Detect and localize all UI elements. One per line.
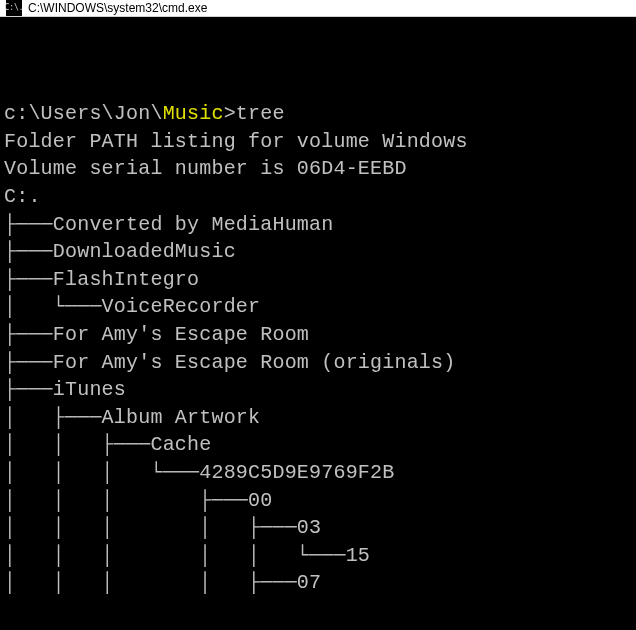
terminal-output[interactable]: c:\Users\Jon\Music>treeFolder PATH listi… xyxy=(0,17,636,630)
output-line: Folder PATH listing for volume Windows xyxy=(4,128,632,156)
tree-line: │ │ │ │ ├───03 xyxy=(4,514,632,542)
tree-line: ├───FlashIntegro xyxy=(4,266,632,294)
tree-line: ├───For Amy's Escape Room xyxy=(4,321,632,349)
prompt-path: c:\Users\Jon\ xyxy=(4,102,163,125)
titlebar[interactable]: C:\. C:\WINDOWS\system32\cmd.exe xyxy=(0,0,636,17)
output-line: C:. xyxy=(4,183,632,211)
cmd-icon: C:\. xyxy=(6,0,22,16)
tree-line: ├───For Amy's Escape Room (originals) xyxy=(4,349,632,377)
tree-line: ├───iTunes xyxy=(4,376,632,404)
prompt-current-dir: Music xyxy=(163,102,224,125)
tree-line: ├───DownloadedMusic xyxy=(4,238,632,266)
command-text: tree xyxy=(236,102,285,125)
tree-line: │ │ │ │ ├───07 xyxy=(4,569,632,597)
tree-line: │ │ │ └───4289C5D9E9769F2B xyxy=(4,459,632,487)
window-title: C:\WINDOWS\system32\cmd.exe xyxy=(28,1,207,15)
prompt-line: c:\Users\Jon\Music>tree xyxy=(4,100,632,128)
tree-line: │ │ ├───Cache xyxy=(4,431,632,459)
tree-line: │ ├───Album Artwork xyxy=(4,404,632,432)
output-line: Volume serial number is 06D4-EEBD xyxy=(4,155,632,183)
tree-line: │ │ │ │ │ └───15 xyxy=(4,542,632,570)
prompt-separator: > xyxy=(224,102,236,125)
cmd-window: C:\. C:\WINDOWS\system32\cmd.exe c:\User… xyxy=(0,0,636,630)
tree-line: │ │ │ ├───00 xyxy=(4,487,632,515)
tree-line: │ └───VoiceRecorder xyxy=(4,293,632,321)
tree-line: ├───Converted by MediaHuman xyxy=(4,211,632,239)
